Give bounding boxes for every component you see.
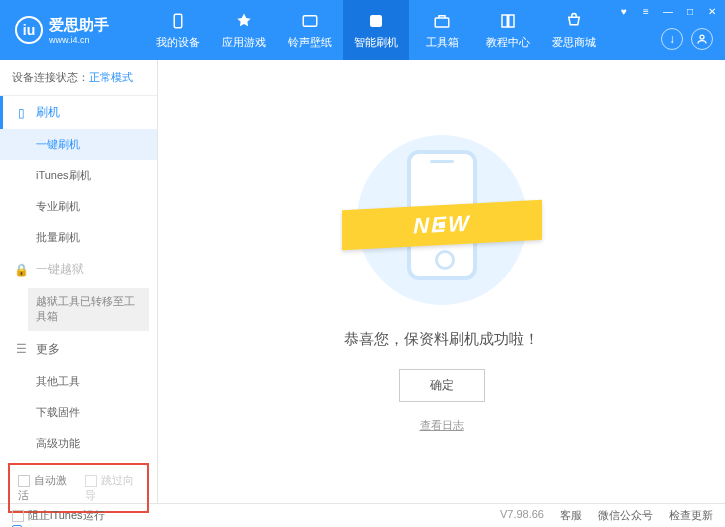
footer-support[interactable]: 客服 — [560, 508, 582, 523]
menu2-icon[interactable]: ≡ — [639, 4, 653, 18]
sidebar-item-pro[interactable]: 专业刷机 — [0, 191, 157, 222]
lock-icon: 🔒 — [14, 263, 28, 277]
list-icon: ☰ — [14, 342, 28, 356]
cart-icon — [564, 11, 584, 31]
app-header: iu 爱思助手 www.i4.cn 我的设备 应用游戏 铃声壁纸 智能刷机 工具… — [0, 0, 725, 60]
checkbox-auto-activate[interactable]: 自动激活 — [18, 473, 73, 503]
menu-icon[interactable]: ♥ — [617, 4, 631, 18]
logo-area: iu 爱思助手 www.i4.cn — [0, 16, 145, 45]
logo-subtitle: www.i4.cn — [49, 35, 109, 45]
main-content: NEW 恭喜您，保资料刷机成功啦！ 确定 查看日志 — [158, 60, 725, 503]
nav-tutorials[interactable]: 教程中心 — [475, 0, 541, 60]
close-icon[interactable]: ✕ — [705, 4, 719, 18]
download-button[interactable]: ↓ — [661, 28, 683, 50]
nav-my-device[interactable]: 我的设备 — [145, 0, 211, 60]
sidebar: 设备连接状态：正常模式 ▯刷机 一键刷机 iTunes刷机 专业刷机 批量刷机 … — [0, 60, 158, 503]
svg-rect-2 — [370, 15, 382, 27]
maximize-icon[interactable]: □ — [683, 4, 697, 18]
sidebar-item-advanced[interactable]: 高级功能 — [0, 428, 157, 459]
view-log-link[interactable]: 查看日志 — [420, 418, 464, 433]
checkbox-block-itunes[interactable]: 阻止iTunes运行 — [12, 508, 105, 523]
nav-apps[interactable]: 应用游戏 — [211, 0, 277, 60]
svg-point-4 — [700, 35, 704, 39]
sidebar-item-oneclick[interactable]: 一键刷机 — [0, 129, 157, 160]
success-illustration: NEW — [352, 130, 532, 310]
svg-rect-0 — [174, 14, 182, 28]
footer-wechat[interactable]: 微信公众号 — [598, 508, 653, 523]
user-button[interactable] — [691, 28, 713, 50]
sidebar-jailbreak-note: 越狱工具已转移至工具箱 — [28, 288, 149, 331]
image-icon — [300, 11, 320, 31]
logo-title: 爱思助手 — [49, 16, 109, 35]
apps-icon — [234, 11, 254, 31]
flash-icon — [366, 11, 386, 31]
success-message: 恭喜您，保资料刷机成功啦！ — [344, 330, 539, 349]
sidebar-section-flash[interactable]: ▯刷机 — [0, 96, 157, 129]
nav-ringtones[interactable]: 铃声壁纸 — [277, 0, 343, 60]
sidebar-section-jailbreak[interactable]: 🔒一键越狱 — [0, 253, 157, 286]
window-controls: ♥ ≡ — □ ✕ — [617, 4, 719, 18]
footer-update[interactable]: 检查更新 — [669, 508, 713, 523]
device-icon — [168, 11, 188, 31]
checkbox-highlight-area: 自动激活 跳过向导 — [8, 463, 149, 513]
nav-flash[interactable]: 智能刷机 — [343, 0, 409, 60]
logo-icon: iu — [15, 16, 43, 44]
device-status: 设备连接状态：正常模式 — [0, 60, 157, 96]
toolbox-icon — [432, 11, 452, 31]
sidebar-item-firmware[interactable]: 下载固件 — [0, 397, 157, 428]
nav-toolbox[interactable]: 工具箱 — [409, 0, 475, 60]
sidebar-section-more[interactable]: ☰更多 — [0, 333, 157, 366]
phone-icon: ▯ — [14, 106, 28, 120]
svg-rect-3 — [435, 18, 449, 27]
book-icon — [498, 11, 518, 31]
sidebar-item-itunes[interactable]: iTunes刷机 — [0, 160, 157, 191]
minimize-icon[interactable]: — — [661, 4, 675, 18]
sidebar-item-batch[interactable]: 批量刷机 — [0, 222, 157, 253]
sidebar-item-other[interactable]: 其他工具 — [0, 366, 157, 397]
top-nav: 我的设备 应用游戏 铃声壁纸 智能刷机 工具箱 教程中心 爱思商城 — [145, 0, 607, 60]
checkbox-skip-guide[interactable]: 跳过向导 — [85, 473, 140, 503]
ok-button[interactable]: 确定 — [399, 369, 485, 402]
nav-mall[interactable]: 爱思商城 — [541, 0, 607, 60]
svg-rect-1 — [303, 15, 317, 26]
version-label: V7.98.66 — [500, 508, 544, 523]
